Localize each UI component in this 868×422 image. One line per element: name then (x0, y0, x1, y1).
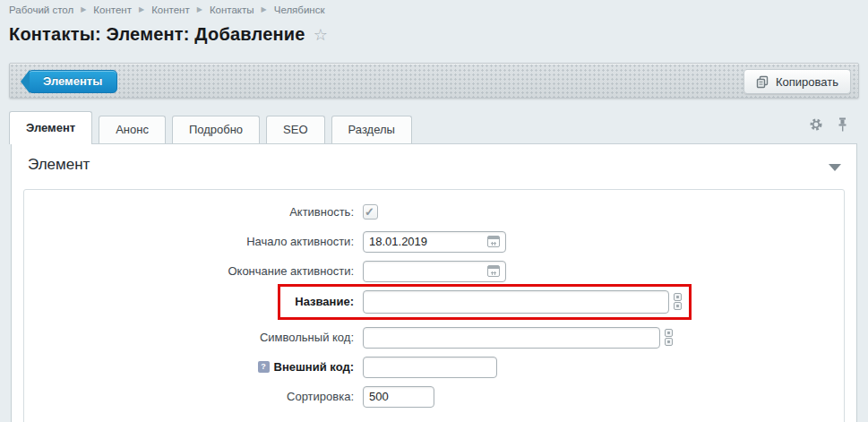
breadcrumb: Рабочий стол ▶ Контент ▶ Контент ▶ Конта… (9, 4, 325, 15)
breadcrumb-arrow-icon: ▶ (139, 6, 144, 13)
breadcrumb-item-city[interactable]: Челябинск (274, 4, 325, 15)
active-from-input[interactable] (363, 231, 506, 253)
form-panel: Элемент Активность: ✓ Начало активности:… (11, 143, 857, 422)
element-fieldset: Активность: ✓ Начало активности: Окончан… (23, 189, 845, 422)
external-code-label-text: Внешний код: (274, 360, 354, 374)
calendar-icon[interactable] (487, 265, 500, 277)
pin-icon[interactable] (837, 117, 848, 132)
translit-icon[interactable] (665, 329, 673, 346)
page-title: Контакты: Элемент: Добавление (9, 24, 305, 45)
active-to-label: Окончание активности: (24, 264, 363, 278)
translit-icon[interactable] (674, 293, 682, 310)
tab-bar: Элемент Анонс Подробно SEO Разделы (9, 109, 859, 143)
activity-checkbox[interactable] (363, 204, 378, 220)
tab-anons[interactable]: Анонс (99, 116, 166, 143)
sort-input[interactable] (363, 386, 434, 408)
field-row-name: Название: (24, 289, 844, 314)
breadcrumb-arrow-icon: ▶ (262, 6, 267, 13)
toolbar: Элементы Копировать (9, 63, 859, 99)
breadcrumb-item-content1[interactable]: Контент (93, 4, 132, 15)
copy-button[interactable]: Копировать (743, 69, 851, 94)
external-code-label: ? Внешний код: (24, 360, 363, 374)
help-icon[interactable]: ? (258, 361, 270, 373)
tab-detail[interactable]: Подробно (172, 116, 260, 143)
external-code-input[interactable] (363, 357, 497, 378)
active-from-label: Начало активности: (24, 235, 363, 248)
settings-gear-icon[interactable] (809, 117, 823, 132)
section-title: Элемент (28, 156, 90, 173)
field-row-sort: Сортировка: (24, 385, 844, 408)
breadcrumb-arrow-icon: ▶ (197, 6, 202, 13)
active-to-input[interactable] (363, 261, 506, 282)
breadcrumb-item-content2[interactable]: Контент (151, 4, 190, 15)
favorite-star-icon[interactable]: ☆ (314, 25, 328, 45)
breadcrumb-item-contacts[interactable]: Контакты (210, 4, 254, 15)
calendar-icon[interactable] (487, 236, 500, 247)
breadcrumb-item-desktop[interactable]: Рабочий стол (9, 4, 73, 15)
name-label: Название: (24, 295, 363, 308)
code-input[interactable] (363, 327, 660, 349)
tab-element[interactable]: Элемент (9, 111, 92, 144)
field-row-active-from: Начало активности: (24, 230, 844, 253)
activity-label: Активность: (24, 205, 363, 219)
collapse-section-icon[interactable] (829, 164, 841, 171)
copy-icon (756, 75, 769, 89)
code-label: Символьный код: (24, 331, 363, 344)
breadcrumb-arrow-icon: ▶ (81, 6, 86, 13)
field-row-external-code: ? Внешний код: (24, 356, 844, 378)
name-input[interactable] (363, 290, 669, 314)
field-row-active-to: Окончание активности: (24, 260, 844, 282)
field-row-code: Символьный код: (24, 326, 844, 349)
tab-seo[interactable]: SEO (266, 116, 324, 143)
sort-label: Сортировка: (24, 390, 363, 403)
elements-back-button[interactable]: Элементы (28, 70, 117, 93)
tab-sections[interactable]: Разделы (331, 116, 412, 143)
field-row-activity: Активность: ✓ (24, 201, 844, 223)
copy-button-label: Копировать (776, 75, 838, 89)
